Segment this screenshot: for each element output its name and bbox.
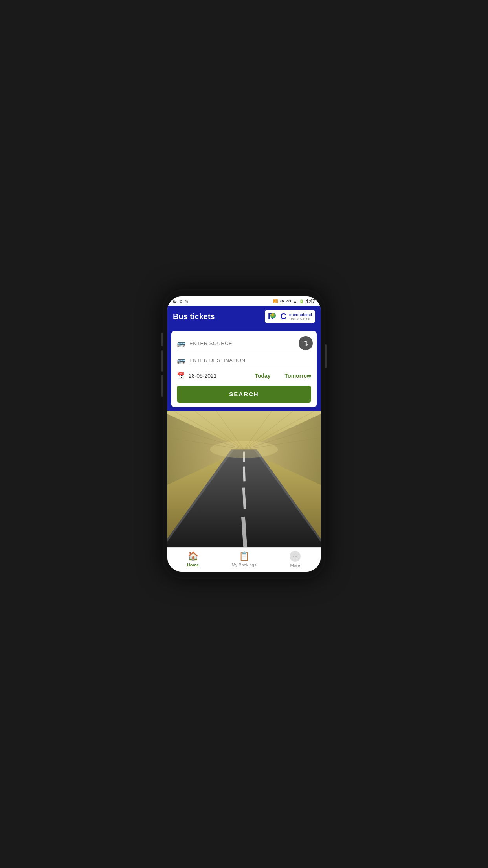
network-badge-1: 4G [280,299,284,303]
circle-icon: ⊙ [179,299,182,303]
swap-button[interactable]: ⇅ [299,336,313,350]
status-bar-right: 📶 4G 4G ▲ 🔋 4:47 [273,298,315,304]
bookings-label: My Bookings [232,563,257,567]
svg-line-8 [244,488,245,509]
battery-icon: 🔋 [299,299,304,303]
date-display[interactable]: 28-05-2021 [189,373,251,379]
bookings-icon: 📋 [239,551,250,561]
logo-t: T [270,311,275,322]
nav-item-more[interactable]: ··· More [270,551,321,568]
road-svg [167,411,321,547]
home-icon: 🏠 [188,551,198,561]
app-header: Bus tickets i T C International Tourist … [167,306,321,327]
road-image [167,411,321,547]
logo-tourist-center: Tourist Center [289,317,312,320]
svg-line-9 [243,517,245,547]
destination-input[interactable] [189,357,311,363]
network-badge-2: 4G [286,299,291,303]
home-label: Home [187,563,199,567]
nav-item-home[interactable]: 🏠 Home [167,551,218,567]
header-section: Bus tickets i T C International Tourist … [167,306,321,411]
nav-item-bookings[interactable]: 📋 My Bookings [218,551,270,567]
bottom-navigation: 🏠 Home 📋 My Bookings ··· More [167,547,321,572]
swap-icon: ⇅ [303,340,308,347]
logo-international: International [289,313,312,317]
search-form: 🚌 ⇅ 🚌 📅 28-05-2021 Today [171,331,317,407]
source-input[interactable] [189,340,311,346]
logo-box: i T C International Tourist Center [265,310,315,323]
more-label: More [290,563,300,568]
signal-icon: ▲ [293,299,297,303]
record-icon: ◎ [185,299,188,303]
status-bar: 🖼 ⊙ ◎ 📶 4G 4G ▲ 🔋 4:47 [167,296,321,306]
svg-line-7 [244,467,244,482]
phone-screen: 🖼 ⊙ ◎ 📶 4G 4G ▲ 🔋 4:47 Bus tickets [167,296,321,572]
date-row: 📅 28-05-2021 Today Tomorrow [177,368,311,383]
logo-letters: i T C [268,311,286,322]
more-icon: ··· [290,551,301,562]
page-title: Bus tickets [173,312,215,321]
tomorrow-button[interactable]: Tomorrow [285,373,311,379]
bus-icon-destination: 🚌 [177,356,185,364]
logo-c: C [280,311,286,321]
notification-icon: 🖼 [173,299,177,303]
source-row: 🚌 ⇅ [177,336,311,351]
destination-row: 🚌 [177,353,311,368]
wifi-icon: 📶 [273,299,278,303]
status-bar-left: 🖼 ⊙ ◎ [173,299,188,303]
time-display: 4:47 [306,298,315,304]
phone-frame: 🖼 ⊙ ◎ 📶 4G 4G ▲ 🔋 4:47 Bus tickets [163,289,325,579]
bus-icon-source: 🚌 [177,339,185,348]
today-button[interactable]: Today [255,373,270,379]
logo-top: i T C International Tourist Center [268,311,312,322]
search-button[interactable]: SEARCH [177,386,311,403]
calendar-icon: 📅 [177,372,185,379]
